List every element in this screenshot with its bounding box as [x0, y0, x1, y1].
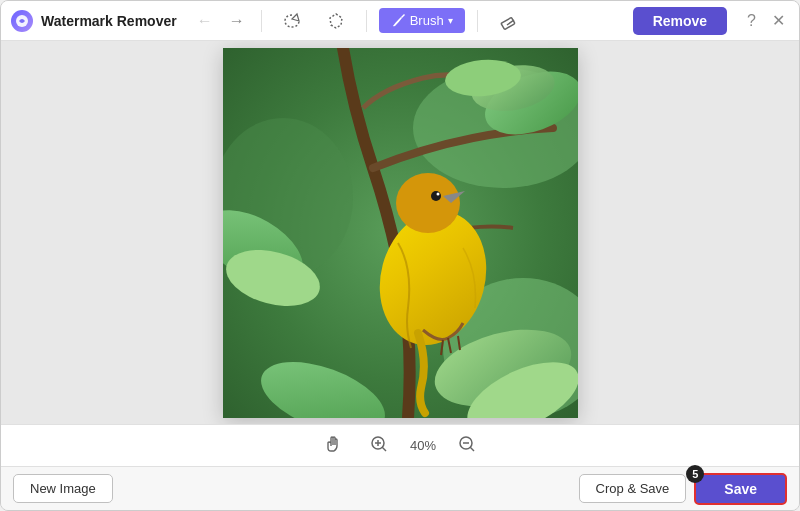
canvas-area [1, 41, 799, 424]
brush-dropdown-icon: ▾ [448, 15, 453, 26]
app-logo [11, 10, 33, 32]
window-controls: ? ✕ [743, 9, 789, 32]
back-button[interactable]: ← [193, 10, 217, 32]
separator-3 [477, 10, 478, 32]
svg-line-20 [382, 447, 386, 451]
hand-icon [324, 435, 342, 453]
remove-button[interactable]: Remove [633, 7, 727, 35]
lasso-tool-button[interactable] [274, 7, 310, 35]
polygon-tool-button[interactable] [318, 7, 354, 35]
hand-tool-button[interactable] [318, 432, 348, 460]
brush-tool-button[interactable]: Brush ▾ [379, 8, 465, 33]
close-button[interactable]: ✕ [768, 9, 789, 32]
zoom-out-icon [458, 435, 476, 453]
bird-image [223, 48, 578, 418]
crop-save-button[interactable]: Crop & Save [579, 474, 687, 503]
eraser-tool-button[interactable] [490, 7, 526, 35]
zoom-toolbar: 40% [1, 424, 799, 466]
image-container [223, 48, 578, 418]
lasso-icon [283, 12, 301, 30]
brush-label: Brush [410, 13, 444, 28]
forward-button[interactable]: → [225, 10, 249, 32]
help-button[interactable]: ? [743, 10, 760, 32]
zoom-in-icon [370, 435, 388, 453]
polygon-icon [327, 12, 345, 30]
new-image-button[interactable]: New Image [13, 474, 113, 503]
svg-point-17 [431, 191, 441, 201]
save-badge: 5 [686, 465, 704, 483]
svg-point-16 [396, 173, 460, 233]
footer-bar: New Image Crop & Save 5 Save [1, 466, 799, 510]
svg-line-24 [470, 447, 474, 451]
eraser-icon [499, 12, 517, 30]
zoom-level: 40% [410, 438, 436, 453]
separator-1 [261, 10, 262, 32]
separator-2 [366, 10, 367, 32]
zoom-in-button[interactable] [364, 432, 394, 460]
save-button-wrap: 5 Save [694, 473, 787, 505]
title-bar: Watermark Remover ← → Brush ▾ Remove [1, 1, 799, 41]
app-title: Watermark Remover [41, 13, 177, 29]
svg-point-18 [436, 192, 439, 195]
brush-icon [391, 13, 406, 28]
zoom-out-button[interactable] [452, 432, 482, 460]
save-button[interactable]: Save [694, 473, 787, 505]
